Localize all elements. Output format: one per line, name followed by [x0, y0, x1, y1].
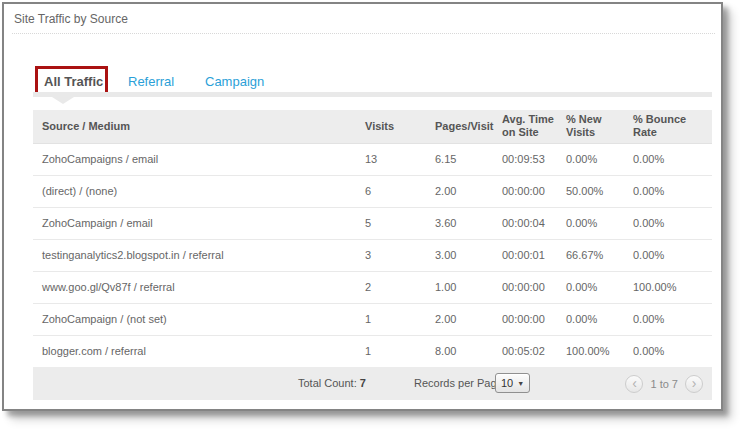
cell-time: 00:00:00: [493, 175, 557, 207]
cell-bounce: 0.00%: [624, 175, 712, 207]
table-row: blogger.com / referral 1 8.00 00:05:02 1…: [33, 335, 712, 367]
table-row: ZohoCampaign / (not set) 1 2.00 00:00:00…: [33, 303, 712, 335]
cell-source: testinganalytics2.blogspot.in / referral: [33, 239, 356, 271]
column-header-avg-time: Avg. Time on Site: [493, 110, 557, 143]
total-count: Total Count:7: [298, 367, 366, 400]
cell-source: (direct) / (none): [33, 175, 356, 207]
tab-underline: [33, 92, 712, 97]
records-per-page-label: Records per Page: [414, 367, 503, 400]
cell-visits: 6: [356, 175, 426, 207]
column-header-visits: Visits: [356, 110, 426, 143]
cell-new-visits: 50.00%: [557, 175, 624, 207]
cell-bounce: 0.00%: [624, 143, 712, 175]
cell-pages: 6.15: [426, 143, 493, 175]
cell-pages: 3.60: [426, 207, 493, 239]
cell-time: 00:09:53: [493, 143, 557, 175]
cell-visits: 2: [356, 271, 426, 303]
tab-all-traffic[interactable]: All Traffic: [44, 73, 103, 91]
table-row: testinganalytics2.blogspot.in / referral…: [33, 239, 712, 271]
column-header-source-medium: Source / Medium: [33, 110, 356, 143]
tab-referral[interactable]: Referral: [128, 73, 174, 91]
cell-time: 00:00:04: [493, 207, 557, 239]
cell-new-visits: 0.00%: [557, 207, 624, 239]
cell-time: 00:05:02: [493, 335, 557, 367]
cell-new-visits: 66.67%: [557, 239, 624, 271]
table-row: ZohoCampaign / email 5 3.60 00:00:04 0.0…: [33, 207, 712, 239]
traffic-table: Source / Medium Visits Pages/Visit Avg. …: [33, 110, 712, 368]
chevron-right-icon: ›: [692, 376, 697, 390]
column-header-pages-visit: Pages/Visit: [426, 110, 493, 143]
cell-time: 00:00:00: [493, 271, 557, 303]
cell-pages: 3.00: [426, 239, 493, 271]
page-title: Site Traffic by Source: [14, 11, 128, 27]
cell-source: ZohoCampaigns / email: [33, 143, 356, 175]
caret-down-icon: ▼: [517, 380, 524, 387]
cell-new-visits: 0.00%: [557, 303, 624, 335]
cell-source: ZohoCampaign / (not set): [33, 303, 356, 335]
cell-visits: 5: [356, 207, 426, 239]
active-tab-pointer: [52, 97, 74, 104]
table-row: www.goo.gl/Qv87f / referral 2 1.00 00:00…: [33, 271, 712, 303]
report-window: Site Traffic by Source All Traffic Refer…: [2, 2, 723, 411]
chevron-left-icon: ‹: [632, 376, 637, 390]
records-per-page-value: 10: [501, 377, 513, 389]
tab-campaign[interactable]: Campaign: [205, 73, 264, 91]
title-divider: [12, 33, 715, 34]
cell-pages: 2.00: [426, 303, 493, 335]
records-per-page-select[interactable]: 10 ▼: [495, 373, 530, 393]
cell-bounce: 0.00%: [624, 239, 712, 271]
cell-visits: 1: [356, 335, 426, 367]
table-row: ZohoCampaigns / email 13 6.15 00:09:53 0…: [33, 143, 712, 175]
cell-visits: 3: [356, 239, 426, 271]
cell-source: ZohoCampaign / email: [33, 207, 356, 239]
column-header-bounce-rate: % Bounce Rate: [624, 110, 712, 143]
prev-page-button[interactable]: ‹: [625, 375, 643, 393]
cell-bounce: 0.00%: [624, 207, 712, 239]
cell-pages: 1.00: [426, 271, 493, 303]
cell-bounce: 100.00%: [624, 271, 712, 303]
column-header-new-visits: % New Visits: [557, 110, 624, 143]
cell-new-visits: 100.00%: [557, 335, 624, 367]
total-count-value: 7: [360, 377, 366, 389]
cell-time: 00:00:01: [493, 239, 557, 271]
cell-source: blogger.com / referral: [33, 335, 356, 367]
table-row: (direct) / (none) 6 2.00 00:00:00 50.00%…: [33, 175, 712, 207]
cell-visits: 13: [356, 143, 426, 175]
pagination: ‹ 1 to 7 ›: [625, 367, 703, 400]
cell-time: 00:00:00: [493, 303, 557, 335]
total-count-label: Total Count:: [298, 377, 357, 389]
cell-pages: 8.00: [426, 335, 493, 367]
cell-bounce: 0.00%: [624, 335, 712, 367]
cell-pages: 2.00: [426, 175, 493, 207]
cell-new-visits: 0.00%: [557, 271, 624, 303]
next-page-button[interactable]: ›: [685, 375, 703, 393]
cell-bounce: 0.00%: [624, 303, 712, 335]
page-range-text: 1 to 7: [650, 378, 678, 390]
cell-source: www.goo.gl/Qv87f / referral: [33, 271, 356, 303]
table-footer: Total Count:7 Records per Page 10 ▼ ‹ 1 …: [33, 367, 712, 400]
table-header-row: Source / Medium Visits Pages/Visit Avg. …: [33, 110, 712, 143]
cell-new-visits: 0.00%: [557, 143, 624, 175]
cell-visits: 1: [356, 303, 426, 335]
